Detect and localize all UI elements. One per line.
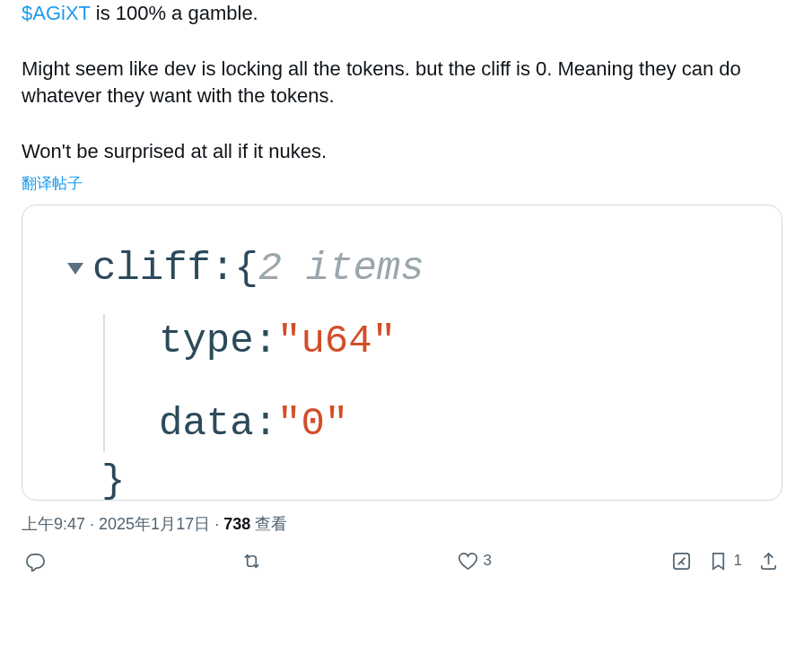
timestamp: 上午9:47 · 2025年1月17日 · 738 查看 xyxy=(22,513,782,535)
share-button[interactable] xyxy=(758,551,779,572)
tweet: $AGiXT is 100% a gamble. Might seem like… xyxy=(22,0,782,572)
tweet-line3: Won't be surprised at all if it nukes. xyxy=(22,140,327,162)
json-data-key: data xyxy=(159,397,254,452)
json-data-value: "0" xyxy=(277,397,348,452)
share-icon xyxy=(758,551,779,572)
json-close-brace: } xyxy=(101,461,737,501)
json-brace: { xyxy=(234,241,258,297)
grok-icon xyxy=(671,551,692,572)
retweet-icon xyxy=(241,551,262,572)
views-label: 查看 xyxy=(255,515,287,533)
tweet-media[interactable]: cliff : { 2 items type : "u64" data : "0… xyxy=(22,205,782,501)
cashtag-link[interactable]: $AGiXT xyxy=(22,2,91,24)
json-type-key: type xyxy=(159,314,254,370)
code-screenshot: cliff : { 2 items type : "u64" data : "0… xyxy=(22,205,782,501)
grok-button[interactable] xyxy=(671,551,692,572)
heart-icon xyxy=(458,551,478,572)
bookmark-button[interactable]: 1 xyxy=(708,551,742,572)
bookmark-count: 1 xyxy=(734,552,742,570)
json-type-value: "u64" xyxy=(277,314,396,370)
like-count: 3 xyxy=(484,552,492,570)
json-colon: : xyxy=(254,314,277,370)
like-button[interactable]: 3 xyxy=(458,551,492,572)
tweet-line1: is 100% a gamble. xyxy=(91,2,258,24)
json-colon: : xyxy=(254,397,277,452)
json-key: cliff xyxy=(92,241,211,297)
json-meta: 2 items xyxy=(258,241,424,297)
reply-button[interactable] xyxy=(25,551,51,572)
tweet-line2: Might seem like dev is locking all the t… xyxy=(22,57,741,108)
collapse-arrow-icon xyxy=(67,263,83,275)
time[interactable]: 上午9:47 xyxy=(22,515,85,533)
translate-link[interactable]: 翻译帖子 xyxy=(22,173,83,194)
bookmark-icon xyxy=(708,551,729,572)
views-count: 738 xyxy=(223,515,250,533)
json-colon: : xyxy=(211,241,234,297)
retweet-button[interactable] xyxy=(241,551,267,572)
tweet-actions: 3 1 xyxy=(22,551,782,572)
tweet-text[interactable]: $AGiXT is 100% a gamble. Might seem like… xyxy=(22,0,782,166)
date[interactable]: 2025年1月17日 xyxy=(99,515,210,533)
reply-icon xyxy=(25,551,46,572)
